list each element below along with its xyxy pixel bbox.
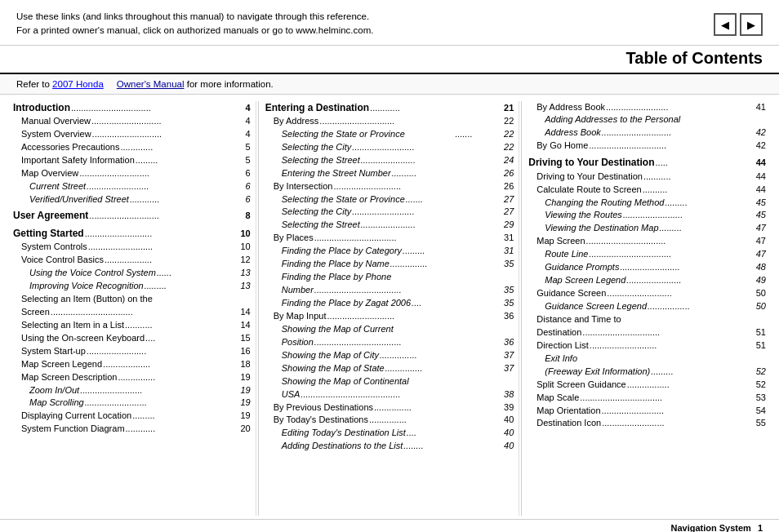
main-content: Introduction ...........................… [0, 95, 779, 519]
list-item: Guidance Screen Legend .................… [528, 300, 766, 313]
page-title: Table of Contents [0, 46, 779, 74]
list-item: Editing Today's Destination List....40 [265, 427, 514, 440]
list-item: Showing the Map of City...............37 [265, 349, 514, 362]
list-item: Map Screen Description ...............19 [13, 371, 251, 384]
refer-space [104, 79, 117, 89]
list-item: Viewing the Destination Map .........47 [528, 222, 766, 235]
list-item: Using the Voice Control System......13 [13, 267, 251, 280]
list-item: Finding the Place by Zagat 2006....35 [265, 297, 514, 310]
list-item: Map Orientation.........................… [528, 405, 766, 418]
prev-button[interactable]: ◀ [714, 13, 737, 36]
list-item: Selecting the Street ...................… [265, 154, 514, 167]
list-item: By Intersection.........................… [265, 180, 514, 193]
list-item: By Address Book.........................… [528, 101, 766, 114]
refer-link1[interactable]: 2007 Honda [52, 79, 104, 89]
section-ua-title: User Agreement .........................… [13, 209, 251, 223]
list-item: Address Book............................… [528, 126, 766, 140]
list-item: Guidance Screen ........................… [528, 287, 766, 300]
list-item: Selecting the City......................… [265, 141, 514, 154]
refer-suffix: for more information. [185, 79, 274, 89]
header-text: Use these links (and links throughout th… [16, 10, 373, 38]
list-item: Map Screen Legend ......................… [528, 274, 766, 287]
footer-page: 1 [758, 523, 763, 533]
header-line1: Use these links (and links throughout th… [16, 10, 373, 24]
list-item: Selecting an Item (Button) on the [13, 293, 251, 306]
section-user-agreement: User Agreement .........................… [13, 209, 251, 223]
list-item: System Function Diagram............20 [13, 423, 251, 436]
list-item: Adding Destinations to the List........4… [265, 440, 514, 453]
col1: Introduction ...........................… [8, 101, 256, 516]
list-item: Improving Voice Recognition.........13 [13, 280, 251, 293]
list-item: Split Screen Guidance.................52 [528, 379, 766, 392]
list-item: Direction List .........................… [528, 339, 766, 352]
list-item: Finding the Place by Name...............… [265, 258, 514, 271]
list-item: (Freeway Exit Information).........52 [528, 366, 766, 379]
next-button[interactable]: ▶ [740, 13, 763, 36]
list-item: Map Screen Legend...................18 [13, 358, 251, 371]
list-item: Accessories Precautions .............5 [13, 141, 251, 154]
list-item: Number..................................… [265, 284, 514, 297]
col-divider2 [521, 101, 522, 516]
list-item: By Today's Destinations ...............4… [265, 414, 514, 427]
refer-prefix: Refer to [16, 79, 52, 89]
list-item: Verified/Unverified Street............6 [13, 193, 251, 206]
top-header: Use these links (and links throughout th… [0, 0, 779, 46]
list-item: Finding the Place by Category.........31 [265, 245, 514, 258]
page-wrapper: Use these links (and links throughout th… [0, 0, 779, 532]
list-item: Displaying Current Location.........19 [13, 410, 251, 423]
list-item: Entering the Street Number ..........26 [265, 167, 514, 180]
list-item: Map Screen .............................… [528, 235, 766, 248]
list-item: Adding Addresses to the Personal [528, 113, 766, 126]
list-item: Calculate Route to Screen..........44 [528, 184, 766, 197]
list-item: Voice Control Basics...................1… [13, 254, 251, 267]
section-ed-title: Entering a Destination ............ 21 [265, 101, 514, 115]
list-item: Showing the Map of Continental [265, 375, 514, 388]
list-item: USA.....................................… [265, 388, 514, 401]
list-item: Changing the Routing Method.........45 [528, 197, 766, 210]
list-item: By Places ..............................… [265, 232, 514, 245]
list-item: By Map Input...........................3… [265, 310, 514, 323]
list-item: Showing the Map of State ...............… [265, 362, 514, 375]
nav-buttons: ◀ ▶ [714, 13, 763, 36]
footer-label: Navigation System [670, 523, 750, 533]
list-item: Selecting an Item in a List...........14 [13, 319, 251, 332]
list-item: Selecting the Street ...................… [265, 219, 514, 232]
list-item: Finding the Place by Phone [265, 271, 514, 284]
footer: Navigation System 1 [0, 519, 779, 533]
list-item: Destination Icon........................… [528, 417, 766, 430]
list-item: By Address..............................… [265, 115, 514, 128]
list-item: Route Line .............................… [528, 248, 766, 261]
section-entering-destination: Entering a Destination ............ 21 B… [265, 101, 514, 454]
list-item: Distance and Time to [528, 313, 766, 326]
refer-row: Refer to 2007 Honda Owner's Manual for m… [0, 74, 779, 95]
list-item: Selecting the City......................… [265, 206, 514, 219]
section-driving: Driving to Your Destination ..... 44 Dri… [528, 156, 766, 430]
list-item: By Go Home .............................… [528, 140, 766, 153]
list-item: Using the On-screen Keyboard....15 [13, 332, 251, 345]
refer-link2[interactable]: Owner's Manual [117, 79, 185, 89]
list-item: Current Street .........................… [13, 180, 251, 193]
list-item: Destination.............................… [528, 326, 766, 339]
list-item: Map Scale ..............................… [528, 392, 766, 405]
list-item: Zoom In/Out.........................19 [13, 384, 251, 397]
list-item: Driving to Your Destination...........44 [528, 171, 766, 184]
section-introduction: Introduction ...........................… [13, 101, 251, 206]
header-line2: For a printed owner's manual, click on a… [16, 24, 373, 38]
col3: By Address Book.........................… [523, 101, 771, 516]
list-item: Position................................… [265, 336, 514, 349]
section-intro-title: Introduction ...........................… [13, 101, 251, 115]
list-item: Selecting the State or Province.......22 [265, 128, 514, 141]
list-item: Guidance Prompts .......................… [528, 261, 766, 274]
col-divider1 [258, 101, 259, 516]
col2: Entering a Destination ............ 21 B… [260, 101, 520, 516]
list-item: System Start-up ........................… [13, 345, 251, 358]
list-item: System Controls ........................… [13, 241, 251, 254]
list-item: Map Scrolling .........................1… [13, 397, 251, 410]
list-item: Screen .................................… [13, 306, 251, 319]
list-item: Selecting the State or Province.......27 [265, 193, 514, 206]
list-item: Showing the Map of Current [265, 323, 514, 336]
section-gs-title: Getting Started ........................… [13, 227, 251, 241]
list-item: Exit Info [528, 352, 766, 366]
section-getting-started: Getting Started ........................… [13, 227, 251, 436]
list-item: By Previous Destinations...............3… [265, 401, 514, 415]
